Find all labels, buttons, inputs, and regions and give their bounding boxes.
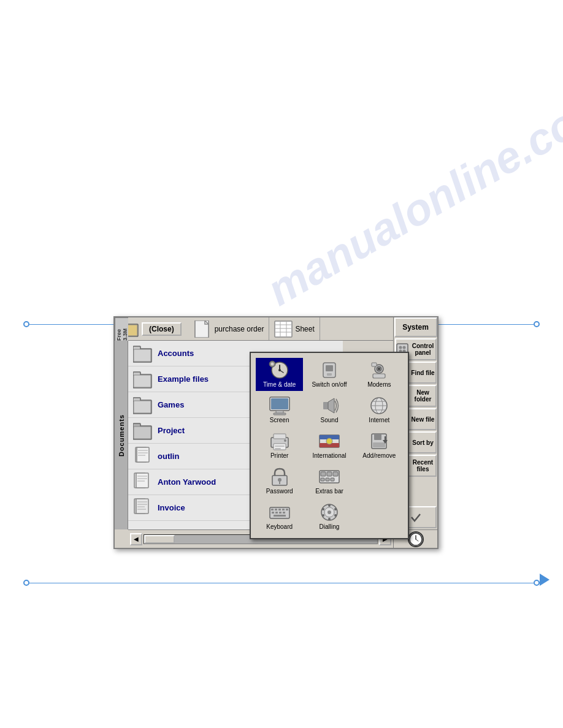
screen-icon — [268, 396, 291, 415]
doc-icon-anton — [133, 472, 153, 492]
popup-item-addremove[interactable]: Add/remove — [356, 429, 403, 462]
bottom-line — [23, 580, 540, 586]
svg-rect-26 — [134, 427, 151, 439]
popup-item-internet[interactable]: Internet — [356, 393, 403, 427]
popup-label-dialling: Dialling — [320, 523, 340, 531]
svg-point-102 — [326, 438, 332, 444]
popup-label-addremove: Add/remove — [362, 452, 396, 460]
system-button[interactable]: System — [394, 317, 437, 337]
popup-label-keyboard: Keyboard — [266, 523, 293, 531]
modem-icon — [367, 360, 391, 380]
keyboard-icon — [268, 502, 291, 522]
popup-item-extras[interactable]: Extras bar — [305, 464, 353, 498]
popup-label-internet: Internet — [369, 417, 389, 424]
scroll-thumb[interactable] — [144, 535, 175, 544]
file-name-games: Games — [158, 400, 184, 409]
svg-point-132 — [328, 504, 331, 507]
sheet-label: Sheet — [295, 325, 314, 333]
svg-rect-127 — [283, 512, 285, 514]
file-name-accounts: Accounts — [158, 349, 194, 358]
folder-icon-games — [133, 395, 153, 415]
popup-item-keyboard[interactable]: Keyboard — [256, 500, 303, 533]
close-button[interactable]: (Close) — [142, 322, 182, 336]
popup-label-sound: Sound — [321, 417, 339, 424]
popup-label-screen: Screen — [270, 417, 289, 424]
svg-rect-96 — [275, 446, 285, 447]
svg-point-73 — [270, 363, 274, 366]
new-file-label: New file — [412, 416, 435, 423]
file-name-project: Project — [158, 426, 185, 435]
svg-rect-113 — [327, 472, 332, 476]
svg-rect-114 — [333, 472, 338, 476]
svg-point-134 — [334, 514, 337, 517]
sort-by-label: Sort by — [412, 439, 433, 446]
svg-point-45 — [402, 346, 405, 349]
svg-marker-87 — [328, 398, 334, 413]
svg-rect-85 — [274, 413, 286, 415]
svg-point-79 — [378, 368, 380, 370]
sidebar-documents-label: Documents — [118, 414, 125, 457]
popup-item-password[interactable]: Password — [256, 464, 303, 498]
popup-item-printer[interactable]: Printer — [256, 429, 303, 462]
svg-rect-128 — [274, 515, 286, 517]
svg-marker-8 — [195, 320, 209, 338]
svg-rect-80 — [373, 374, 385, 378]
free-indicator: Free 3.3M — [115, 317, 128, 341]
file-name-outlin: outlin — [158, 452, 179, 461]
right-dot-bottom — [534, 580, 540, 586]
sheet-item[interactable]: Sheet — [269, 317, 320, 340]
svg-rect-123 — [286, 509, 288, 510]
svg-rect-112 — [321, 472, 326, 476]
popup-label-switch: Switch on/off — [312, 381, 347, 389]
folder-icon-example — [133, 370, 153, 389]
svg-point-135 — [328, 518, 331, 520]
svg-rect-115 — [321, 478, 324, 481]
watermark: manualonline.com — [259, 78, 563, 315]
left-sidebar: Documents — [115, 341, 128, 529]
popup-item-international[interactable]: International — [305, 429, 353, 462]
svg-point-137 — [322, 508, 324, 510]
popup-label-time-date: Time & date — [263, 381, 296, 389]
popup-item-empty — [356, 464, 403, 498]
popup-item-modems[interactable]: Modems — [356, 358, 403, 391]
svg-rect-125 — [275, 512, 278, 514]
clock-svg — [409, 533, 423, 546]
popup-item-dialling[interactable]: Dialling — [305, 500, 353, 533]
title-bar: (Close) purchase order — [115, 317, 437, 341]
svg-rect-75 — [326, 365, 333, 371]
control-panel-label: Control panel — [411, 343, 435, 356]
popup-label-international: International — [312, 452, 346, 460]
svg-rect-126 — [279, 512, 282, 514]
left-dot-top — [23, 321, 29, 327]
svg-point-71 — [278, 369, 281, 371]
svg-rect-94 — [274, 434, 286, 439]
find-file-label: Find file — [411, 370, 434, 376]
popup-item-sound[interactable]: Sound — [305, 393, 353, 427]
svg-rect-116 — [326, 478, 329, 481]
popup-label-password: Password — [266, 488, 293, 495]
svg-rect-105 — [373, 442, 385, 447]
popup-item-switch[interactable]: Switch on/off — [305, 358, 353, 391]
file-name-anton: Anton Yarwood — [158, 477, 216, 487]
svg-rect-104 — [374, 434, 381, 440]
file-name-example: Example files — [158, 374, 209, 384]
svg-rect-81 — [372, 363, 377, 366]
folder-icon-project — [133, 421, 153, 441]
recent-files-label: Recent files — [411, 459, 435, 472]
svg-rect-86 — [323, 402, 328, 409]
svg-rect-38 — [136, 499, 148, 514]
popup-grid: Time & date Switch on/off — [256, 358, 403, 533]
svg-point-109 — [278, 478, 282, 482]
scroll-left-button[interactable]: ◀ — [130, 533, 142, 545]
file-name-invoice: Invoice — [158, 503, 185, 512]
arrow-right-icon — [540, 574, 550, 586]
popup-item-time-date[interactable]: Time & date — [256, 358, 303, 391]
printer-icon — [268, 431, 291, 451]
svg-rect-23 — [134, 401, 151, 413]
popup-item-screen[interactable]: Screen — [256, 393, 303, 427]
svg-rect-20 — [134, 375, 151, 387]
popup-label-modems: Modems — [367, 381, 391, 389]
extras-icon — [318, 467, 341, 487]
svg-rect-117 — [331, 478, 334, 481]
purchase-order-item[interactable]: purchase order — [189, 317, 270, 340]
